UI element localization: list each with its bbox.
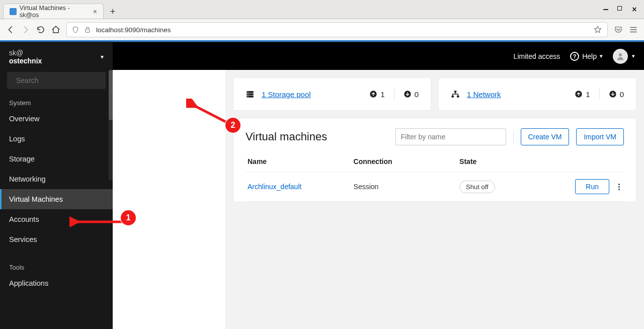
avatar-icon xyxy=(613,49,628,64)
sidebar: sk@ ostechnix ▾ System Overview Logs Sto… xyxy=(0,42,113,329)
storage-pool-link[interactable]: 1 Storage pool xyxy=(262,90,311,99)
new-tab-button[interactable]: + xyxy=(106,5,120,19)
storage-pool-card: 1 Storage pool 1 0 xyxy=(233,78,431,110)
help-menu[interactable]: ? Help ▾ xyxy=(570,52,603,61)
window-minimize-icon[interactable] xyxy=(603,9,608,10)
bookmark-star-icon[interactable] xyxy=(593,25,602,34)
vm-panel-title: Virtual machines xyxy=(246,130,327,143)
limited-access-label[interactable]: Limited access xyxy=(514,52,560,60)
network-link[interactable]: 1 Network xyxy=(467,90,501,99)
sidebar-item-applications[interactable]: Applications xyxy=(0,273,113,293)
tab-favicon xyxy=(10,8,17,15)
sidebar-item-networking[interactable]: Networking xyxy=(0,169,113,189)
close-tab-icon[interactable]: × xyxy=(93,8,97,15)
sidebar-group-system: System xyxy=(0,94,113,109)
network-icon xyxy=(451,90,460,99)
col-name: Name xyxy=(246,151,352,172)
network-card: 1 Network 1 0 xyxy=(439,78,636,110)
chevron-down-icon: ▾ xyxy=(600,53,603,59)
vm-panel: Virtual machines Create VM Import VM Nam… xyxy=(233,118,636,202)
storage-icon xyxy=(246,90,255,99)
arrow-left-icon xyxy=(6,25,15,34)
svg-point-6 xyxy=(248,92,249,93)
svg-rect-11 xyxy=(454,91,457,93)
sidebar-search[interactable] xyxy=(7,72,106,89)
svg-point-8 xyxy=(248,96,249,97)
sidebar-search-input[interactable] xyxy=(16,76,104,85)
sidebar-item-services[interactable]: Services xyxy=(0,229,113,250)
browser-tabstrip: Virtual Machines - sk@os × + xyxy=(0,0,120,19)
person-icon xyxy=(616,52,625,61)
col-state: State xyxy=(457,151,564,172)
cockpit-topbar: Limited access ? Help ▾ ▾ xyxy=(113,42,644,70)
sidebar-group-tools: Tools xyxy=(0,259,113,273)
browser-tab[interactable]: Virtual Machines - sk@os × xyxy=(3,4,104,19)
help-label: Help xyxy=(582,52,597,60)
vm-connection: Session xyxy=(352,172,458,202)
summary-cards: 1 Storage pool 1 0 xyxy=(233,78,636,110)
arrow-down-circle-icon xyxy=(404,90,412,98)
table-row: Archlinux_default Session Shut off Run xyxy=(246,172,624,202)
sidebar-item-storage[interactable]: Storage xyxy=(0,149,113,169)
vm-state-chip: Shut off xyxy=(459,181,495,193)
home-icon xyxy=(51,25,60,34)
storage-up-count: 1 xyxy=(369,90,384,99)
cockpit-app: Limited access ? Help ▾ ▾ sk@ ostechnix … xyxy=(0,42,644,329)
svg-rect-12 xyxy=(452,96,454,98)
back-button[interactable] xyxy=(6,25,15,34)
col-connection: Connection xyxy=(352,151,458,172)
pocket-icon[interactable] xyxy=(614,25,623,34)
user-menu[interactable]: ▾ xyxy=(613,49,635,64)
sidebar-item-accounts[interactable]: Accounts xyxy=(0,209,113,229)
reload-icon xyxy=(36,25,45,34)
svg-point-1 xyxy=(619,53,622,56)
separator xyxy=(513,130,514,144)
arrow-up-circle-icon xyxy=(575,90,583,98)
arrow-up-circle-icon xyxy=(369,90,377,98)
svg-rect-0 xyxy=(86,29,90,32)
network-down-count: 0 xyxy=(609,90,624,99)
sidebar-scrollbar[interactable] xyxy=(109,70,113,181)
network-up-count: 1 xyxy=(575,90,590,99)
arrow-down-circle-icon xyxy=(609,90,617,98)
home-button[interactable] xyxy=(51,25,60,34)
run-vm-button[interactable]: Run xyxy=(575,179,609,194)
host-user: sk@ xyxy=(9,49,42,57)
chevron-down-icon: ▾ xyxy=(101,53,104,60)
reload-button[interactable] xyxy=(36,25,45,34)
forward-button[interactable] xyxy=(21,25,30,34)
help-circle-icon: ? xyxy=(570,52,579,61)
vm-filter-input[interactable] xyxy=(395,128,506,145)
browser-toolbar xyxy=(0,19,644,40)
create-vm-button[interactable]: Create VM xyxy=(521,128,570,145)
vm-table: Name Connection State Archlinux_default … xyxy=(246,151,624,202)
window-controls: × xyxy=(603,6,644,13)
sidebar-item-overview[interactable]: Overview xyxy=(0,109,113,129)
main-content: 1 Storage pool 1 0 xyxy=(225,42,644,329)
import-vm-button[interactable]: Import VM xyxy=(576,128,624,145)
vm-panel-actions: Create VM Import VM xyxy=(395,128,624,145)
tab-title: Virtual Machines - sk@os xyxy=(20,5,90,19)
vm-panel-header: Virtual machines Create VM Import VM xyxy=(246,128,624,145)
sidebar-item-logs[interactable]: Logs xyxy=(0,129,113,149)
window-titlebar: Virtual Machines - sk@os × + × xyxy=(0,0,644,19)
hamburger-menu-icon[interactable] xyxy=(629,25,638,34)
storage-down-count: 0 xyxy=(404,90,419,99)
shield-icon xyxy=(72,26,79,33)
vm-name-link[interactable]: Archlinux_default xyxy=(248,183,301,191)
window-close-icon[interactable]: × xyxy=(631,6,638,13)
host-name: ostechnix xyxy=(9,57,42,65)
lock-icon xyxy=(84,26,91,33)
svg-rect-13 xyxy=(457,96,459,98)
vm-kebab-menu[interactable] xyxy=(616,182,622,192)
window-maximize-icon[interactable] xyxy=(617,6,622,11)
arrow-right-icon xyxy=(21,25,30,34)
chevron-down-icon: ▾ xyxy=(632,53,635,59)
svg-point-7 xyxy=(248,94,249,95)
host-switcher[interactable]: sk@ ostechnix ▾ xyxy=(0,42,113,70)
url-bar[interactable] xyxy=(66,22,608,37)
url-input[interactable] xyxy=(96,26,588,34)
sidebar-item-virtual-machines[interactable]: Virtual Machines xyxy=(0,189,113,209)
